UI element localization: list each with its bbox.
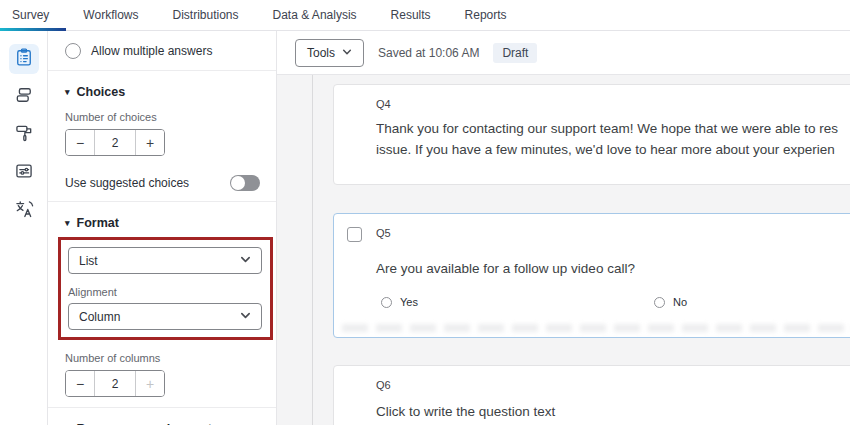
question-text-line1: Thank you for contacting our support tea… bbox=[376, 118, 838, 139]
answer-option-no: No bbox=[654, 296, 687, 308]
number-of-choices-stepper: − 2 + bbox=[65, 129, 165, 156]
question-text: Thank you for contacting our support tea… bbox=[376, 118, 838, 160]
radio-button[interactable] bbox=[654, 297, 665, 308]
scrollbar-track[interactable] bbox=[312, 75, 313, 425]
question-text: Click to write the question text bbox=[376, 404, 555, 419]
answer-option-yes: Yes bbox=[381, 296, 418, 308]
collapse-caret-icon: ▾ bbox=[65, 87, 70, 97]
tab-distributions[interactable]: Distributions bbox=[155, 0, 255, 30]
use-suggested-choices-toggle[interactable] bbox=[230, 175, 260, 191]
number-of-columns-stepper: − 2 + bbox=[65, 370, 165, 397]
chevron-down-icon bbox=[240, 254, 251, 268]
icon-sidebar bbox=[0, 31, 48, 425]
collapse-caret-icon: ▾ bbox=[65, 218, 70, 228]
sidebar-item-blocks[interactable] bbox=[9, 82, 39, 112]
blocks-icon bbox=[14, 85, 34, 109]
question-settings-panel: Allow multiple answers ▾ Choices Number … bbox=[48, 31, 277, 425]
question-select-checkbox[interactable] bbox=[347, 227, 362, 242]
increase-columns-button-disabled[interactable]: + bbox=[135, 371, 164, 396]
sidebar-item-look-and-feel[interactable] bbox=[9, 120, 39, 150]
blurred-content-strip bbox=[342, 324, 850, 332]
question-text: Are you available for a follow up video … bbox=[376, 261, 635, 276]
answer-option-label: No bbox=[673, 296, 687, 308]
decrease-columns-button[interactable]: − bbox=[66, 371, 95, 396]
question-text-line2: issue. If you have a few minutes, we'd l… bbox=[376, 139, 838, 160]
chevron-down-icon bbox=[342, 46, 352, 60]
decrease-choices-button[interactable]: − bbox=[66, 130, 95, 155]
number-of-choices-value: 2 bbox=[95, 130, 135, 155]
answer-option-label: Yes bbox=[400, 296, 418, 308]
tab-reports[interactable]: Reports bbox=[448, 0, 524, 30]
radio-button[interactable] bbox=[381, 297, 392, 308]
alignment-value: Column bbox=[79, 310, 120, 324]
format-type-value: List bbox=[79, 254, 98, 268]
toggle-knob bbox=[231, 176, 245, 190]
format-type-select[interactable]: List bbox=[68, 247, 262, 274]
number-of-columns-value: 2 bbox=[95, 371, 135, 396]
choices-section-title: Choices bbox=[77, 85, 126, 99]
question-id: Q4 bbox=[376, 98, 391, 110]
alignment-select[interactable]: Column bbox=[68, 303, 262, 330]
clipboard-list-icon bbox=[14, 47, 34, 71]
question-id: Q5 bbox=[376, 227, 391, 239]
tab-results[interactable]: Results bbox=[374, 0, 448, 30]
choices-section-header[interactable]: ▾ Choices bbox=[65, 85, 276, 99]
translate-icon bbox=[14, 199, 34, 223]
sliders-icon bbox=[14, 161, 34, 185]
sidebar-item-survey-options[interactable] bbox=[9, 158, 39, 188]
allow-multiple-answers-row: Allow multiple answers bbox=[48, 31, 276, 70]
question-id: Q6 bbox=[376, 379, 391, 391]
chevron-down-icon bbox=[240, 310, 251, 324]
use-suggested-choices-row: Use suggested choices bbox=[65, 175, 260, 191]
survey-canvas: Q4 Thank you for contacting our support … bbox=[277, 75, 850, 425]
format-section-header[interactable]: ▾ Format bbox=[65, 216, 276, 230]
save-status-text: Saved at 10:06 AM bbox=[378, 46, 479, 60]
panel-divider bbox=[48, 70, 276, 71]
tab-survey[interactable]: Survey bbox=[0, 0, 66, 30]
sidebar-item-translations[interactable] bbox=[9, 196, 39, 226]
question-card-q4[interactable]: Q4 Thank you for contacting our support … bbox=[333, 84, 850, 185]
alignment-label: Alignment bbox=[68, 286, 263, 298]
number-of-columns-label: Number of columns bbox=[65, 352, 276, 364]
format-section-title: Format bbox=[77, 216, 119, 230]
highlight-annotation-box: List Alignment Column bbox=[58, 237, 273, 340]
panel-divider bbox=[48, 201, 276, 202]
tools-button[interactable]: Tools bbox=[295, 39, 364, 67]
question-card-q6[interactable]: Q6 Click to write the question text bbox=[333, 365, 850, 425]
top-nav: Survey Workflows Distributions Data & An… bbox=[0, 0, 850, 31]
number-of-choices-label: Number of choices bbox=[65, 111, 276, 123]
tools-button-label: Tools bbox=[307, 46, 335, 60]
paint-roller-icon bbox=[14, 123, 34, 147]
question-card-q5-selected[interactable]: Q5 Are you available for a follow up vid… bbox=[333, 213, 850, 338]
editor-toolbar: Tools Saved at 10:06 AM Draft bbox=[277, 31, 850, 75]
sidebar-item-survey-builder[interactable] bbox=[9, 44, 39, 74]
allow-multiple-answers-label: Allow multiple answers bbox=[91, 44, 212, 58]
survey-editor-app: Survey Workflows Distributions Data & An… bbox=[0, 0, 850, 425]
draft-status-badge: Draft bbox=[493, 43, 537, 63]
tab-data-analysis[interactable]: Data & Analysis bbox=[256, 0, 374, 30]
increase-choices-button[interactable]: + bbox=[135, 130, 164, 155]
panel-divider bbox=[48, 407, 276, 408]
use-suggested-choices-label: Use suggested choices bbox=[65, 176, 189, 190]
tab-workflows[interactable]: Workflows bbox=[66, 0, 155, 30]
allow-multiple-answers-toggle[interactable] bbox=[65, 43, 81, 59]
